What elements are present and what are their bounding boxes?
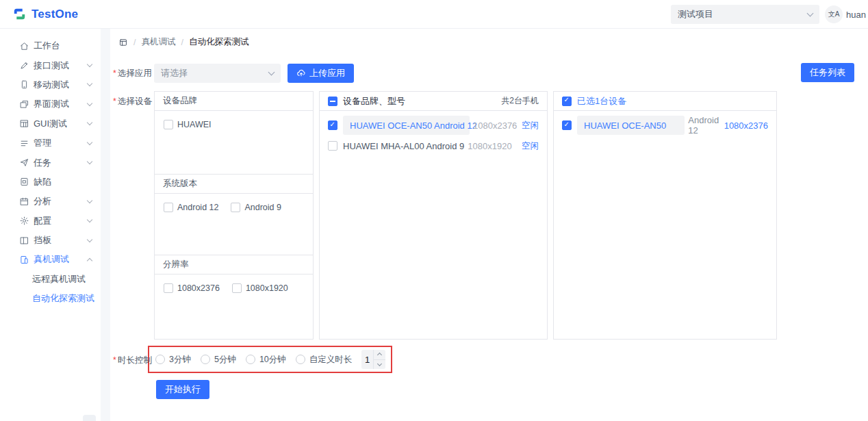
sidebar-item[interactable]: 真机调试 [0, 250, 101, 269]
checkbox[interactable] [232, 283, 242, 293]
radio-option[interactable]: 3分钟 [155, 354, 191, 366]
home-icon [19, 41, 29, 51]
device-resolution: 1080x2376 [724, 120, 768, 131]
os-version-options: Android 12Android 9 [155, 194, 313, 212]
execute-button[interactable]: 开始执行 [156, 380, 209, 399]
radio-option[interactable]: 自定义时长 [296, 354, 353, 366]
radio-icon [201, 355, 210, 364]
logo-text: TestOne [31, 8, 78, 21]
brand-section-title: 设备品牌 [155, 92, 313, 111]
chevron-down-icon [87, 62, 92, 67]
device-name: HUAWEI OCE-AN50 [577, 116, 685, 135]
checkbox[interactable] [164, 283, 173, 293]
project-select[interactable]: 测试项目 [671, 5, 819, 24]
checkbox[interactable] [328, 141, 337, 151]
sidebar-item[interactable]: 缺陷 [0, 173, 101, 192]
chevron-up-icon [87, 258, 92, 264]
sidebar-item[interactable]: 接口测试 [0, 55, 101, 75]
sidebar-item[interactable]: 配置 [0, 212, 101, 231]
breadcrumb-item[interactable]: 真机调试 [141, 36, 175, 48]
radio-label: 自定义时长 [309, 354, 353, 366]
sidebar-menu: 工作台接口测试移动测试界面测试GUI测试管理任务缺陷分析配置挡板真机调试远程真机… [0, 36, 101, 308]
sidebar-item[interactable]: 管理 [0, 133, 101, 153]
sidebar-item-label: 管理 [34, 137, 88, 149]
os-version-section-title: 系统版本 [155, 175, 313, 194]
duration-label: 时长控制 [113, 355, 151, 366]
checkbox-label: 1080x2376 [177, 283, 220, 293]
apps-icon[interactable] [118, 38, 128, 47]
chevron-down-icon [87, 101, 92, 106]
device-status-link[interactable]: 空闲 [522, 140, 539, 152]
execute-row: 开始执行 [110, 380, 868, 399]
upload-app-button[interactable]: 上传应用 [288, 64, 354, 83]
sidebar-content-gutter [101, 29, 110, 421]
duration-row: 时长控制 3分钟5分钟10分钟自定义时长 1 [110, 346, 868, 373]
defect-icon [19, 177, 29, 187]
checkbox[interactable] [164, 203, 173, 212]
device-filter-panel: 设备品牌 HUAWEI 系统版本 Android 12Android 9 分辨率… [154, 91, 314, 340]
sidebar-subitem[interactable]: 自动化探索测试 [0, 289, 101, 308]
checkbox[interactable] [231, 203, 240, 212]
selected-device-list: HUAWEI OCE-AN50Android 121080x2376 [554, 111, 776, 136]
checkbox-option[interactable]: 1080x1920 [232, 283, 288, 293]
checkbox[interactable] [164, 120, 173, 129]
radio-option[interactable]: 5分钟 [201, 354, 236, 366]
breadcrumb-separator: / [181, 38, 183, 47]
sidebar-item-label: 接口测试 [34, 60, 88, 72]
device-count: 共2台手机 [501, 95, 539, 107]
checkbox[interactable] [328, 120, 337, 130]
stepper-up-icon[interactable] [374, 350, 385, 359]
sidebar-item[interactable]: 任务 [0, 153, 101, 172]
sidebar-item[interactable]: 工作台 [0, 36, 101, 55]
selected-devices-header: 已选1台设备 [554, 92, 776, 111]
selected-all-checkbox[interactable] [562, 97, 572, 106]
ui-test-icon [19, 99, 29, 110]
sidebar-item-label: 工作台 [34, 40, 92, 52]
translate-icon[interactable]: 文A [825, 5, 843, 23]
logo[interactable]: TestOne [12, 7, 78, 21]
custom-duration-value: 1 [361, 350, 373, 369]
device-resolution: 1080x2376 [473, 120, 517, 131]
device-test-form: 选择应用 请选择 上传应用 选择设备 设备品牌 HUAWEI [110, 48, 868, 399]
breadcrumb-separator: / [133, 38, 136, 47]
selected-device-row[interactable]: HUAWEI OCE-AN50Android 121080x2376 [554, 115, 776, 136]
chevron-down-icon [87, 236, 92, 242]
device-list-panel: 设备品牌、型号 共2台手机 HUAWEI OCE-AN50 Android 12… [319, 91, 548, 340]
app-select-placeholder: 请选择 [161, 67, 188, 79]
checkbox[interactable] [562, 120, 572, 130]
select-all-checkbox[interactable] [328, 97, 337, 106]
sidebar-item[interactable]: 移动测试 [0, 75, 101, 94]
chevron-down-icon [87, 120, 92, 125]
sidebar-collapse-handle[interactable] [83, 415, 96, 421]
manage-icon [19, 138, 29, 149]
app-select[interactable]: 请选择 [154, 64, 281, 83]
checkbox-option[interactable]: HUAWEI [164, 120, 212, 129]
checkbox-label: 1080x1920 [246, 283, 288, 293]
stepper-down-icon[interactable] [374, 359, 385, 370]
sidebar-item[interactable]: 分析 [0, 192, 101, 211]
radio-icon [296, 355, 305, 364]
device-row[interactable]: HUAWEI MHA-AL00 Android 91080x1920空闲 [320, 136, 547, 156]
project-select-value: 测试项目 [678, 8, 713, 21]
analysis-icon [19, 196, 29, 207]
device-list-header: 设备品牌、型号 共2台手机 [320, 92, 547, 111]
checkbox-option[interactable]: Android 9 [231, 203, 281, 212]
task-icon [19, 157, 29, 168]
radio-icon [246, 355, 255, 364]
main-content: / 真机调试 / 自动化探索测试 任务列表 选择应用 请选择 上传应用 选择设备 [110, 29, 868, 421]
checkbox-option[interactable]: 1080x2376 [164, 283, 220, 293]
device-status-link[interactable]: 空闲 [522, 120, 539, 131]
checkbox-option[interactable]: Android 12 [164, 203, 218, 212]
sidebar-item-label: 移动测试 [34, 79, 88, 91]
sidebar-subitem[interactable]: 远程真机调试 [0, 270, 101, 289]
username[interactable]: huan [846, 10, 866, 20]
radio-option[interactable]: 10分钟 [246, 354, 286, 366]
sidebar-item[interactable]: 挡板 [0, 231, 101, 250]
custom-duration-input[interactable]: 1 [361, 350, 385, 369]
sidebar-item[interactable]: 界面测试 [0, 94, 101, 114]
upload-app-label: 上传应用 [309, 67, 345, 79]
breadcrumb-current: 自动化探索测试 [189, 36, 249, 48]
baffle-icon [19, 235, 29, 246]
device-row[interactable]: HUAWEI OCE-AN50 Android 121080x2376空闲 [320, 115, 547, 136]
sidebar-item[interactable]: GUI测试 [0, 114, 101, 133]
